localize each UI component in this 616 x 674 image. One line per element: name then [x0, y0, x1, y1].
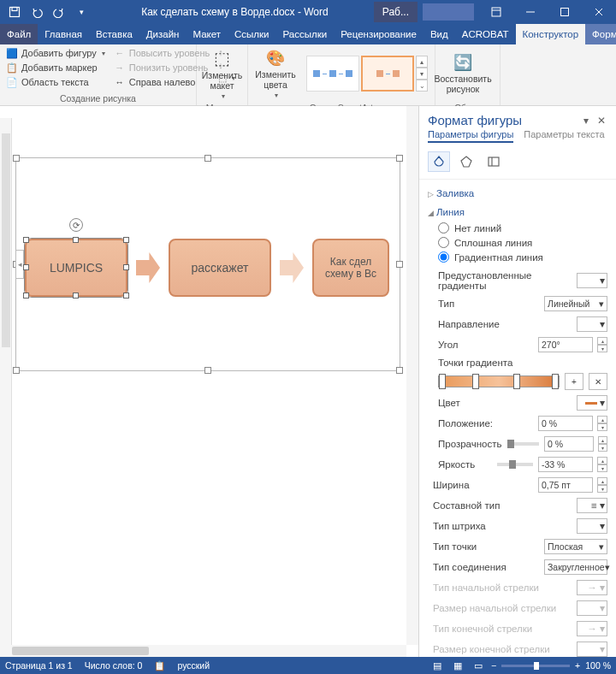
tab-review[interactable]: Рецензирование	[334, 24, 424, 44]
pane-options-button[interactable]: ▾	[578, 115, 594, 127]
fill-section-header[interactable]: ▷Заливка	[428, 183, 607, 202]
resize-handle[interactable]	[204, 155, 211, 162]
context-tools-tab[interactable]: Раб...	[374, 2, 418, 22]
tab-design[interactable]: Дизайн	[139, 24, 187, 44]
reset-graphic-button[interactable]: 🔄Восстановить рисунок	[439, 46, 487, 101]
direction-picker[interactable]: ▾	[577, 316, 607, 332]
smartart-arrow-2[interactable]	[280, 252, 304, 283]
resize-handle[interactable]	[13, 155, 20, 162]
join-select[interactable]: Закругленное▾	[544, 559, 607, 575]
vertical-scrollbar[interactable]	[406, 106, 418, 645]
change-layout-button[interactable]: ⬚Изменить макет	[200, 46, 244, 101]
user-account[interactable]	[423, 3, 474, 21]
transparency-input[interactable]: 0 %	[544, 436, 594, 452]
add-bullet-button[interactable]: 📋Добавить маркер	[3, 61, 108, 74]
tab-insert[interactable]: Вставка	[89, 24, 139, 44]
radio-solid-line[interactable]: Сплошная линия	[438, 237, 607, 248]
tab-mailings[interactable]: Рассылки	[276, 24, 335, 44]
gallery-down[interactable]: ▾	[416, 68, 428, 80]
brightness-input[interactable]: -33 %	[538, 457, 593, 472]
proofing-icon[interactable]: 📋	[154, 660, 165, 671]
close-button[interactable]	[582, 0, 616, 24]
tab-constructor[interactable]: Конструктор	[516, 24, 586, 44]
horizontal-scrollbar[interactable]	[0, 645, 406, 657]
angle-input[interactable]: 270°	[538, 337, 593, 352]
preset-gradients-picker[interactable]: ▾	[577, 273, 607, 288]
svg-rect-4	[561, 9, 569, 16]
rotate-handle[interactable]: ⟳	[69, 218, 83, 232]
pane-close-button[interactable]: ✕	[594, 115, 609, 127]
resize-handle[interactable]	[396, 367, 403, 374]
redo-button[interactable]	[50, 3, 68, 21]
position-label: Положение:	[438, 418, 533, 429]
radio-gradient-line[interactable]: Градиентная линия	[438, 251, 607, 263]
tab-layout[interactable]: Макет	[186, 24, 228, 44]
resize-handle[interactable]	[396, 155, 403, 162]
smartart-frame[interactable]: ◂ ⟳ LUMPICS расскажет Как сдел схему в В…	[15, 157, 400, 371]
resize-handle[interactable]	[13, 367, 20, 374]
angle-up[interactable]: ▴	[597, 337, 607, 345]
undo-button[interactable]	[27, 3, 46, 21]
maximize-button[interactable]	[548, 0, 582, 24]
add-shape-button[interactable]: 🟦Добавить фигуру	[3, 46, 108, 60]
status-language[interactable]: русский	[177, 660, 210, 671]
minimize-button[interactable]	[513, 0, 548, 24]
tab-file[interactable]: Файл	[0, 24, 38, 44]
width-input[interactable]: 0,75 пт	[538, 477, 593, 493]
position-input[interactable]: 0 %	[538, 416, 593, 431]
zoom-in-button[interactable]: +	[575, 660, 580, 671]
save-button[interactable]	[5, 3, 24, 21]
smartart-shape-1[interactable]: ⟳ LUMPICS	[25, 239, 127, 297]
gradient-stops-track[interactable]	[438, 375, 560, 387]
smartart-shape-3[interactable]: Как сдел схему в Вс	[312, 239, 389, 297]
ribbon-options-button[interactable]	[479, 0, 513, 24]
qat-customize[interactable]: ▾	[72, 3, 91, 21]
style-option-1[interactable]	[306, 56, 359, 92]
effects-icon[interactable]	[455, 151, 477, 172]
style-option-2[interactable]	[361, 56, 414, 92]
change-colors-button[interactable]: 🎨Изменить цвета	[252, 46, 299, 101]
smartart-shape-2[interactable]: расскажет	[169, 239, 271, 297]
size-props-icon[interactable]	[483, 151, 505, 172]
zoom-out-button[interactable]: −	[491, 660, 496, 671]
transparency-slider[interactable]	[507, 442, 540, 446]
view-web-icon[interactable]: ▭	[471, 659, 486, 672]
document-canvas[interactable]: ◂ ⟳ LUMPICS расскажет Как сдел схему в В…	[0, 106, 419, 657]
radio-no-line[interactable]: ННет линийет линий	[438, 222, 607, 234]
angle-down[interactable]: ▾	[597, 345, 607, 352]
line-section-header[interactable]: ◢Линия	[428, 202, 607, 221]
remove-stop-button[interactable]: ✕	[589, 373, 607, 390]
text-pane-button[interactable]: 📄Область текста	[3, 75, 108, 89]
tab-acrobat[interactable]: ACROBAT	[455, 24, 516, 44]
subtab-shape-options[interactable]: Параметры фигуры	[428, 129, 513, 143]
fill-line-icon[interactable]	[428, 151, 450, 172]
svg-rect-0	[10, 8, 20, 17]
end-arrow-type-label: Тип конечной стрелки	[433, 624, 572, 634]
subtab-text-options[interactable]: Параметры текста	[524, 129, 604, 143]
begin-arrow-type-label: Тип начальной стрелки	[433, 582, 572, 593]
tab-references[interactable]: Ссылки	[228, 24, 276, 44]
smartart-styles-gallery[interactable]: ▴ ▾ ⌄	[303, 52, 431, 95]
tab-view[interactable]: Вид	[424, 24, 455, 44]
tab-format[interactable]: Формат	[585, 24, 616, 44]
status-word-count[interactable]: Число слов: 0	[85, 660, 143, 671]
brightness-slider[interactable]	[497, 463, 533, 466]
dash-picker[interactable]: ▾	[577, 518, 607, 534]
status-page[interactable]: Страница 1 из 1	[5, 660, 73, 671]
gallery-up[interactable]: ▴	[416, 56, 428, 68]
zoom-slider[interactable]	[501, 665, 570, 667]
cap-select[interactable]: Плоская▾	[544, 539, 607, 554]
gallery-more[interactable]: ⌄	[416, 80, 428, 92]
type-select[interactable]: Линейный▾	[544, 296, 607, 311]
tab-home[interactable]: Главная	[38, 24, 89, 44]
resize-handle[interactable]	[204, 367, 211, 374]
view-print-icon[interactable]: ▦	[450, 659, 465, 672]
resize-handle[interactable]	[396, 261, 403, 268]
compound-picker[interactable]: ≡ ▾	[577, 498, 607, 513]
color-picker[interactable]: ▾	[577, 395, 607, 411]
window-title: Как сделать схему в Ворде.docx - Word	[96, 6, 374, 18]
smartart-arrow-1[interactable]	[136, 252, 160, 283]
view-read-icon[interactable]: ▤	[429, 659, 445, 672]
zoom-level[interactable]: 100 %	[585, 660, 611, 671]
add-stop-button[interactable]: +	[565, 373, 583, 390]
